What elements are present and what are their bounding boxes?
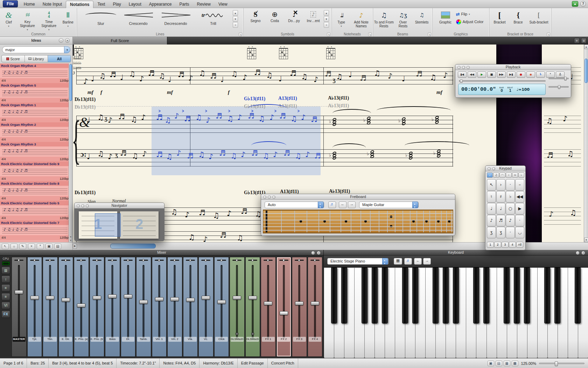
live-playback-button[interactable]: * xyxy=(546,71,555,78)
ideas-scroll-thumb[interactable] xyxy=(69,64,72,101)
window-close-icon[interactable] xyxy=(457,66,461,69)
keypad-layout-6[interactable]: ♭ xyxy=(518,172,524,178)
fader-thumb[interactable] xyxy=(248,296,257,300)
keypad-key-eighth-note[interactable]: ♪ xyxy=(487,215,496,226)
edit-idea-icon[interactable]: ✎ xyxy=(19,244,26,249)
key-signature-button[interactable]: ♯♯Key Signature▾ xyxy=(17,9,38,31)
window-zoom-icon[interactable] xyxy=(467,66,470,69)
black-key[interactable] xyxy=(433,267,439,323)
pan-thumb[interactable] xyxy=(267,259,269,261)
scroll-down-icon[interactable]: ▼ xyxy=(69,239,72,242)
keypad-layout-1[interactable]: ♩ xyxy=(487,172,493,178)
pan-slider[interactable] xyxy=(170,260,179,261)
idea-item[interactable]: Rock Electric Guitar Distorted Solo 9♪♫♩… xyxy=(0,162,72,181)
segno-gallery-item[interactable]: S∕Segno xyxy=(246,9,265,29)
pan-slider[interactable] xyxy=(217,260,226,261)
pan-slider[interactable] xyxy=(201,260,210,261)
effects-button[interactable]: FX xyxy=(1,311,10,318)
pan-slider[interactable] xyxy=(248,260,257,261)
keypad-key-tenuto[interactable]: – xyxy=(515,179,524,191)
keypad-key-sixteenth-note[interactable]: ♬ xyxy=(496,215,505,226)
idea-item[interactable]: Rock Electric Guitar Distorted Solo 7♪♫♩… xyxy=(0,220,72,240)
black-key[interactable] xyxy=(372,267,378,323)
detach-panel-icon[interactable]: ◦ xyxy=(59,38,63,43)
fader-thumb[interactable] xyxy=(30,296,39,300)
keypad-key-flat[interactable]: ♭ xyxy=(506,191,515,203)
playback-volume-slider[interactable] xyxy=(548,78,569,79)
search-dropdown-icon[interactable]: ▾ xyxy=(64,46,70,53)
over-rests-button[interactable]: ♫ʒOver Rests xyxy=(394,9,412,31)
pan-thumb[interactable] xyxy=(65,259,66,261)
fader-thumb[interactable] xyxy=(62,298,70,302)
detach-keyboard-icon[interactable]: ◦ xyxy=(576,251,580,255)
live-tempo-button[interactable]: ϟ xyxy=(536,71,545,78)
pan-slider[interactable] xyxy=(155,260,164,261)
keypad-key-grace-note[interactable]: ♪ xyxy=(506,215,515,226)
skip-to-start-button[interactable]: ▮◀ xyxy=(458,71,467,78)
octave-left-icon[interactable]: ← xyxy=(414,258,422,265)
panorama-view-icon[interactable]: ▤ xyxy=(496,361,502,366)
slur-gallery-item[interactable]: Slur xyxy=(82,9,119,29)
fretboard-instrument-select[interactable]: Maple Guitar xyxy=(359,202,419,208)
pan-thumb[interactable] xyxy=(96,259,98,261)
click-toggle-button[interactable]: Δ xyxy=(556,71,565,78)
window-minimize-icon[interactable] xyxy=(81,204,84,207)
ribbon-tab-review[interactable]: Review xyxy=(193,1,215,8)
virtual-instruments-button[interactable]: VI xyxy=(1,302,10,309)
pan-slider[interactable] xyxy=(310,260,320,261)
pan-thumb[interactable] xyxy=(252,259,253,261)
tempo-slider[interactable] xyxy=(548,86,569,88)
fader-thumb[interactable] xyxy=(93,296,101,300)
black-key[interactable] xyxy=(504,267,510,323)
black-key[interactable] xyxy=(575,267,581,323)
brace-button[interactable]: {Brace xyxy=(510,9,527,31)
keypad-layout-3[interactable]: ◠ xyxy=(499,172,505,178)
fader-thumb[interactable] xyxy=(264,301,272,305)
faders-button[interactable]: ↕ xyxy=(1,275,10,283)
gallery-down-icon[interactable]: ▼ xyxy=(324,16,329,22)
pan-slider[interactable] xyxy=(61,260,70,261)
fader-thumb[interactable] xyxy=(124,294,132,298)
pan-slider[interactable] xyxy=(124,260,133,261)
black-key[interactable] xyxy=(382,267,388,323)
gallery-more-icon[interactable]: ≡ xyxy=(233,22,238,28)
type-button[interactable]: ♩♩Type▾ xyxy=(332,9,350,31)
dialog-launcher-icon[interactable]: ↘ xyxy=(547,33,550,36)
close-keyboard-icon[interactable]: × xyxy=(581,251,585,255)
scroll-up-icon[interactable]: ▲ xyxy=(69,235,72,238)
pan-thumb[interactable] xyxy=(189,259,191,261)
zoom-slider-thumb[interactable] xyxy=(555,361,558,366)
black-key[interactable] xyxy=(544,267,550,323)
fader-thumb[interactable] xyxy=(217,300,226,304)
keypad-key-rhythm-dot[interactable]: · xyxy=(506,227,515,238)
fast-forward-button[interactable]: ▶▶ xyxy=(497,71,506,78)
fader-thumb[interactable] xyxy=(311,301,319,305)
pan-thumb[interactable] xyxy=(158,259,160,261)
trill-gallery-item[interactable]: trTrill xyxy=(195,9,232,29)
to-and-from-rests-button[interactable]: ♫To and From Rests xyxy=(374,9,394,31)
keypad-voice-2[interactable]: 2 xyxy=(494,242,501,248)
keypad-key-sharp[interactable]: ♯ xyxy=(496,191,505,203)
black-key[interactable] xyxy=(341,267,347,323)
adjust-color-button[interactable]: Adjust Color xyxy=(455,18,485,26)
tempo-thumb[interactable] xyxy=(558,85,560,89)
fader-thumb[interactable] xyxy=(170,297,179,301)
pan-thumb[interactable] xyxy=(111,259,113,261)
keypad-key-previous-layout[interactable]: ◀◀ xyxy=(515,191,524,203)
pan-slider[interactable] xyxy=(186,260,195,261)
channel-list-button[interactable]: ≡ xyxy=(1,284,10,292)
new-tab-icon[interactable]: + xyxy=(574,38,580,43)
keypad-layout-4[interactable]: › xyxy=(506,172,512,178)
delete-idea-icon[interactable]: × xyxy=(28,244,35,249)
black-key[interactable] xyxy=(362,267,368,323)
decrescendo-gallery-item[interactable]: Decrescendo xyxy=(157,9,194,29)
next-icon[interactable]: → xyxy=(348,202,356,208)
idea-item[interactable]: Rock Organ Rhythm 5♪♫♩♫♪♬4/4120bpm xyxy=(0,83,72,103)
pan-slider[interactable] xyxy=(77,260,86,261)
fader-thumb[interactable] xyxy=(108,294,117,298)
black-key[interactable] xyxy=(402,267,408,323)
ideas-tab-library[interactable]: Library xyxy=(25,55,48,62)
do-py-gallery-item[interactable]: ♩×Do…py xyxy=(285,9,303,29)
add-note-names-button[interactable]: ♪Add Note Names xyxy=(350,9,372,31)
black-key[interactable] xyxy=(443,267,449,323)
